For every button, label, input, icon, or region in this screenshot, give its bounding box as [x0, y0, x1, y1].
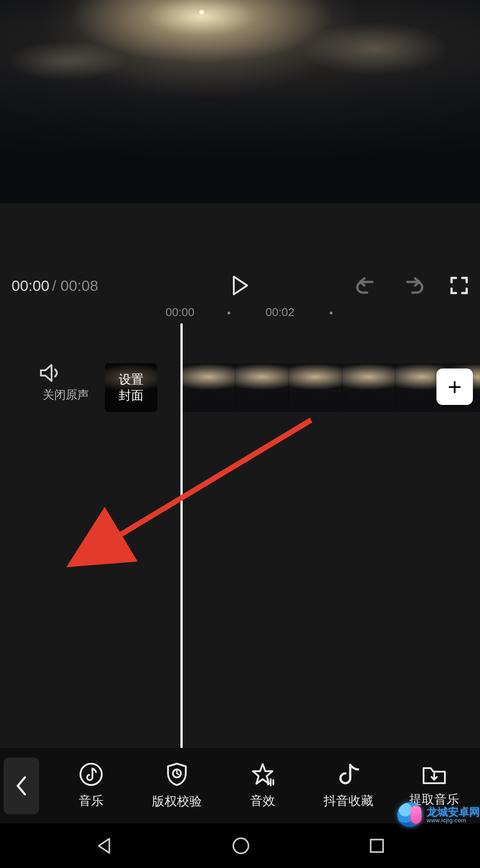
- tool-douyin-favorites[interactable]: 抖音收藏: [307, 762, 391, 809]
- set-cover-button[interactable]: 设置封面: [105, 363, 157, 412]
- video-preview[interactable]: [0, 0, 480, 203]
- video-clip[interactable]: [182, 363, 480, 412]
- folder-import-icon: [422, 764, 447, 785]
- watermark-title: 龙城安卓网: [427, 806, 480, 817]
- music-note-icon: [79, 762, 103, 786]
- timeline-ruler: 00:00 00:02: [0, 301, 480, 323]
- transport-bar: 00:00 / 00:08: [0, 270, 480, 301]
- ruler-dot: [330, 312, 332, 314]
- tool-label: 音乐: [79, 793, 104, 809]
- timeline[interactable]: 00:00 00:02 关闭原声 设置封面: [0, 301, 480, 748]
- cover-label-line2: 封面: [119, 388, 144, 402]
- watermark-url: www.lcjtg.com: [427, 817, 480, 824]
- cover-label-line1: 设置: [119, 373, 144, 386]
- time-separator: /: [52, 277, 56, 294]
- tool-sound-effect[interactable]: 音效: [220, 762, 304, 809]
- ruler-dot: [228, 312, 230, 314]
- nav-back-icon[interactable]: [94, 836, 114, 856]
- playhead[interactable]: [180, 323, 183, 748]
- tool-label: 抖音收藏: [324, 793, 373, 809]
- watermark: 龙城安卓网 www.lcjtg.com: [397, 802, 480, 827]
- undo-button[interactable]: [356, 277, 377, 294]
- play-button[interactable]: [231, 276, 249, 295]
- douyin-icon: [338, 762, 359, 786]
- watermark-icon: [397, 802, 422, 827]
- svg-point-2: [233, 838, 248, 853]
- system-navbar: [0, 824, 480, 868]
- fullscreen-button[interactable]: [450, 276, 468, 295]
- nav-recents-icon[interactable]: [368, 837, 386, 855]
- tool-music[interactable]: 音乐: [49, 762, 133, 809]
- nav-home-icon[interactable]: [231, 836, 251, 856]
- svg-rect-3: [371, 840, 383, 852]
- preview-frame: [0, 0, 480, 203]
- svg-point-0: [80, 764, 102, 785]
- toolbar-back-button[interactable]: [4, 757, 39, 814]
- tool-label: 音效: [250, 793, 275, 809]
- redo-button[interactable]: [403, 277, 424, 294]
- mute-original-audio[interactable]: 关闭原声: [39, 363, 92, 403]
- tool-copyright-verify[interactable]: 版权校验: [135, 762, 219, 810]
- mute-label: 关闭原声: [39, 387, 92, 403]
- tool-label: 版权校验: [152, 793, 202, 810]
- ruler-tick: 00:02: [265, 305, 294, 319]
- shield-icon: [165, 762, 188, 787]
- current-time: 00:00: [12, 277, 49, 294]
- spacer: [0, 203, 480, 270]
- total-time: 00:08: [60, 277, 98, 294]
- speaker-icon: [39, 363, 92, 383]
- tool-extract-music[interactable]: 提取音乐: [392, 764, 476, 808]
- time-display: 00:00 / 00:08: [12, 277, 98, 294]
- ruler-tick: 00:00: [165, 305, 194, 319]
- plus-icon: +: [448, 373, 462, 400]
- add-clip-button[interactable]: +: [436, 369, 473, 405]
- star-sfx-icon: [250, 762, 275, 786]
